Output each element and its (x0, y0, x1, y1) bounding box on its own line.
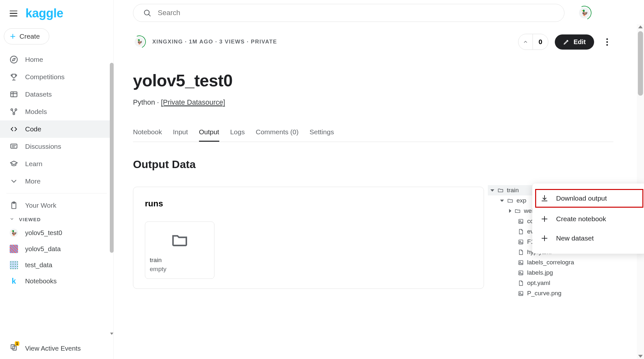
graduation-icon (10, 160, 18, 168)
scroll-caret-down-icon (638, 355, 643, 358)
image-file-icon (518, 239, 524, 245)
new-dataset-item[interactable]: New dataset (532, 229, 644, 248)
author-name[interactable]: XINGXING (152, 39, 183, 45)
svg-point-25 (520, 261, 520, 262)
vote-count: 0 (533, 38, 548, 46)
viewed-item[interactable]: 🦆 yolov5_test0 (0, 225, 113, 241)
folder-icon (515, 208, 521, 214)
dataset-thumb-icon (10, 261, 18, 269)
kaggle-k-icon: k (10, 277, 18, 285)
table-icon (10, 90, 18, 99)
visibility: PRIVATE (251, 39, 277, 45)
svg-point-23 (520, 241, 520, 241)
file-icon (518, 280, 524, 286)
nav-label: More (25, 177, 41, 185)
tab-input[interactable]: Input (173, 123, 188, 142)
image-file-icon (518, 270, 524, 276)
avatar-image-icon: 🦆 (135, 37, 144, 47)
notebook-meta: XINGXING · 1M AGO · 3 VIEWS · PRIVATE (152, 39, 277, 45)
svg-rect-20 (519, 219, 523, 223)
nodes-icon (10, 108, 18, 116)
svg-point-0 (10, 56, 17, 63)
svg-rect-24 (519, 260, 523, 265)
notebook-avatar-icon: 🦆 (10, 229, 18, 237)
sidebar-item-learn[interactable]: Learn (0, 155, 113, 173)
code-icon (10, 125, 18, 133)
download-icon (541, 194, 548, 202)
sidebar-item-datasets[interactable]: Datasets (0, 86, 113, 103)
sidebar-item-competitions[interactable]: Competitions (0, 68, 113, 86)
tree-row-file[interactable]: opt.yaml (490, 278, 603, 288)
view-count: 3 VIEWS (219, 39, 245, 45)
viewed-label: yolov5_data (25, 245, 61, 253)
author-avatar[interactable]: 🦆 (131, 33, 147, 50)
tree-row-file[interactable]: P_curve.png (490, 288, 603, 298)
create-notebook-item[interactable]: Create notebook (532, 209, 644, 229)
more-options-button[interactable] (601, 35, 613, 48)
folder-icon (507, 198, 513, 204)
view-active-events[interactable]: 1 View Active Events (0, 337, 113, 359)
section-title: Output Data (133, 158, 196, 171)
edit-label: Edit (573, 38, 586, 46)
tab-logs[interactable]: Logs (230, 123, 245, 142)
pencil-icon (563, 39, 570, 45)
viewed-item[interactable]: yolov5_data (0, 241, 113, 257)
download-output-item[interactable]: Download output (534, 188, 644, 209)
viewed-header[interactable]: VIEWED (0, 214, 113, 225)
tab-settings[interactable]: Settings (309, 123, 334, 142)
popup-label: Download output (556, 194, 607, 202)
scroll-caret-up-icon (638, 25, 643, 28)
file-icon (518, 229, 524, 235)
upvote-button[interactable] (518, 34, 533, 50)
datasource-link[interactable]: [Private Datasource] (161, 98, 225, 107)
image-file-icon (518, 218, 524, 224)
image-file-icon (518, 260, 524, 266)
main-area: 🦆 🦆 XINGXING · 1M AGO · 3 VIEWS · PRIVAT… (114, 0, 644, 359)
sidebar-item-discussions[interactable]: Discussions (0, 138, 113, 155)
plus-icon (541, 215, 548, 223)
tree-row-file[interactable]: labels.jpg (490, 268, 603, 278)
kaggle-logo[interactable]: kaggle (25, 6, 63, 20)
user-avatar[interactable]: 🦆 (575, 4, 593, 22)
folder-icon (497, 187, 504, 194)
svg-marker-17 (110, 333, 113, 335)
svg-line-19 (148, 14, 150, 16)
nav-label: Competitions (25, 73, 65, 81)
sidebar-item-models[interactable]: Models (0, 103, 113, 120)
create-label: Create (20, 33, 40, 40)
search-bar[interactable] (133, 4, 564, 22)
nav-label: Models (25, 108, 47, 116)
sidebar-item-your-work[interactable]: Your Work (0, 197, 113, 214)
tree-label: train (507, 187, 519, 194)
tab-notebook[interactable]: Notebook (133, 123, 162, 142)
tree-row-file[interactable]: labels_correlogra (490, 257, 603, 268)
viewed-item[interactable]: test_data (0, 257, 113, 273)
tree-label: P_curve.png (527, 290, 562, 297)
sidebar-item-home[interactable]: Home (0, 51, 113, 68)
sidebar: kaggle + Create Home Competitions Datase… (0, 0, 114, 359)
sidebar-item-code[interactable]: Code (0, 120, 113, 138)
sidebar-scrollbar[interactable] (110, 63, 114, 253)
viewed-item[interactable]: k Notebooks (0, 273, 113, 289)
viewed-label: Notebooks (25, 277, 57, 285)
hamburger-menu-icon[interactable] (10, 11, 17, 16)
folder-tile[interactable]: train empty (145, 222, 214, 279)
svg-rect-26 (519, 271, 523, 275)
caret-down-icon (500, 200, 504, 202)
tab-comments[interactable]: Comments (0) (256, 123, 298, 142)
page-title: yolov5_test0 (133, 71, 613, 90)
scroll-thumb[interactable] (638, 31, 643, 96)
folder-name: train (150, 257, 210, 264)
dataset-thumb-icon (10, 245, 18, 253)
edit-button[interactable]: Edit (555, 34, 594, 50)
search-icon (143, 9, 151, 17)
svg-marker-1 (13, 58, 15, 61)
svg-point-29 (520, 292, 520, 293)
tab-output[interactable]: Output (199, 123, 219, 142)
trophy-icon (10, 73, 18, 81)
time-ago: 1M AGO (189, 39, 213, 45)
caret-up-icon (523, 39, 528, 44)
sidebar-item-more[interactable]: More (0, 173, 113, 190)
create-button[interactable]: + Create (4, 28, 49, 44)
search-input[interactable] (158, 9, 554, 17)
